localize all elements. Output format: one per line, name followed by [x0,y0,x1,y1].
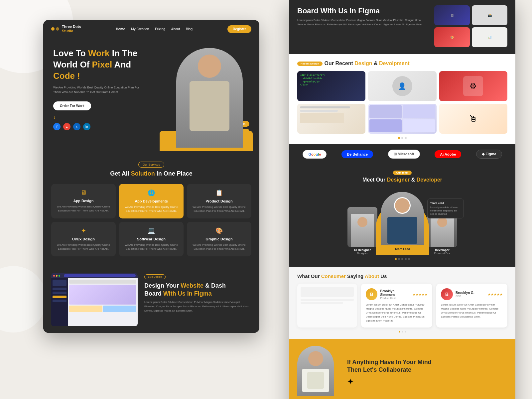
hero-image-area: ✉ Threedots@support.Com 📞 +880 1712 4763… [153,38,253,151]
test-dot-2[interactable] [402,331,403,332]
test-partial-card [297,284,357,328]
partial-content-row: Board With Us In Figma Lorem Ipsum Dolor… [297,3,507,50]
rd-dot-2[interactable] [401,137,403,139]
team-dot-3[interactable] [401,258,403,260]
product-design-name: Product Design [192,199,247,203]
team-dot-5[interactable] [408,258,410,260]
sidebar-item [53,292,66,294]
member-right-head [437,217,447,227]
team-designer-highlight: Designer [387,177,410,183]
test-left-partial [297,284,357,328]
service-app-dev[interactable]: 🌐 App Developments We Are Providing Worl… [119,184,184,218]
ui-block-4 [403,119,435,133]
team-section: Our Team Meet Our Designer & Developer U… [289,164,515,267]
sketch-line-1 [300,106,350,108]
team-info-card: Team Lead Lorem ipsum dolor sit amet con… [427,199,464,218]
team-member-left: UI Designer Designer [347,207,377,255]
hero-person-area [173,38,246,148]
down-arrow-icon: ↓ [53,114,146,120]
register-button[interactable]: Register [227,25,251,33]
test-text-1: Lorem Ipsum Dolor Sit Amet Consectetur P… [366,303,428,323]
team-tag-pill: Our Team [393,171,412,175]
sketch-line-2 [300,110,338,112]
nav-blog[interactable]: Blog [186,27,193,31]
nav-about[interactable]: About [171,27,180,31]
service-app-design[interactable]: 🖥 App Design We Are Providing Worlds Bes… [51,184,116,218]
team-dot-1[interactable] [395,258,397,260]
test-dot-1[interactable] [399,331,400,332]
hero-text: Love To Work In The World Of Pixel And C… [53,48,146,130]
ui-block-2 [403,105,435,118]
service-product-design[interactable]: 📋 Product Design We Are Providing Worlds… [187,184,251,218]
rd-dot-1[interactable] [398,137,400,139]
left-panel: Three Dots Studio Home My Creation Prici… [43,20,259,333]
service-software[interactable]: 💻 Softwear Design We Are Providing World… [119,222,184,256]
nav-creation[interactable]: My Creation [131,27,149,31]
figma-heading: Board With Us In Figma [297,5,430,16]
team-dot-nav [297,258,507,260]
partial-card-2: 📸 [472,5,507,25]
nav-home[interactable]: Home [116,27,125,31]
team-dot-2[interactable] [398,258,400,260]
rd-dev-highlight: Devolpment [379,61,410,66]
test-title-mid: Saying [347,273,365,279]
ui-block-1 [369,105,402,118]
member-center-suit [387,217,417,244]
sidebar-item [53,288,66,290]
cta-text-area: If Anything Have In Your Mind Then Let's… [347,358,507,387]
behance-brand[interactable]: Bē Behance [341,150,373,158]
services-title: Get All Solution In One Place [51,170,251,177]
google-brand[interactable]: Google [303,150,327,159]
cta-person-area [297,346,340,399]
rd-card-1: <div class="hero"> <h1>Hello</h1> <p>Wor… [297,71,365,101]
figma-brand[interactable]: ◆ Figma [476,150,502,159]
team-dot-4[interactable] [405,258,407,260]
bg-circle-bottom [0,266,47,332]
member-left-name: UI Designer [347,248,377,252]
service-uiux[interactable]: ✦ Ui/Ux Design We Are Providing Worlds B… [51,222,116,256]
order-work-button[interactable]: Order For Work [53,101,91,110]
brand-logos: Google Bē Behance ⊞ Microsoft Ai Adobe ◆… [289,144,515,164]
rd-card-3: ⚙ [439,71,507,101]
test-consumer-highlight: Consumer [321,273,346,279]
rd-title-amp: & [374,61,379,66]
adobe-brand[interactable]: Ai Adobe [435,150,461,158]
logo-text: Three Dots Studio [62,25,81,33]
product-design-desc: We Are Providing Worlds Best Quality Onl… [192,205,247,213]
facebook-icon[interactable]: f [53,123,61,130]
hero-title: Love To Work In The World Of Pixel And C… [53,48,146,81]
close-dot [53,275,55,277]
member-right-role: Frontend Dev [427,252,457,255]
nav-pricing[interactable]: Pricing [155,27,165,31]
test-dot-3[interactable] [405,331,406,332]
rd-card-5 [368,104,436,134]
test-avatar-2: B [441,288,453,300]
service-graphic[interactable]: 🎨 Graphic Design We Are Providing Worlds… [187,222,251,256]
graphic-preview: ⚙ [439,71,507,101]
test-card-2: B Brooklyn G. CEO ★★★★★ Lorem Ipsum Dolo… [436,284,507,328]
mockup-hero-area [69,285,136,305]
rd-dot-3[interactable] [405,137,407,139]
ui-block-3 [369,119,402,133]
test-role-2: CEO [456,295,474,298]
cta-line-1: If Anything Have In Your Mind [347,359,432,365]
twitter-icon[interactable]: t [73,123,80,130]
sketch-preview [297,104,365,134]
hero-title-part3: World Of [53,60,92,69]
microsoft-brand[interactable]: ⊞ Microsoft [388,150,420,159]
services-title-post: In One Place [157,170,193,177]
linkedin-icon[interactable]: in [83,123,90,130]
test-header-1: B Brooklyn Simmons Product Head ★★★★★ [366,288,428,300]
rd-card-4 [297,104,365,134]
mockup-sidebar [51,278,68,326]
hero-title-part2: In The [112,48,138,58]
logo-dots [51,27,59,31]
test-title-pre: What Our [297,273,321,279]
ui-preview [368,104,436,134]
person-figure [176,48,243,148]
app-dev-desc: We Are Providing Worlds Best Quality Onl… [124,205,179,213]
code-preview: <div class="hero"> <h1>Hello</h1> <p>Wor… [297,71,365,89]
google-icon[interactable]: G [63,123,70,130]
test-avatar-1: B [366,288,377,300]
uiux-name: Ui/Ux Design [56,237,111,241]
